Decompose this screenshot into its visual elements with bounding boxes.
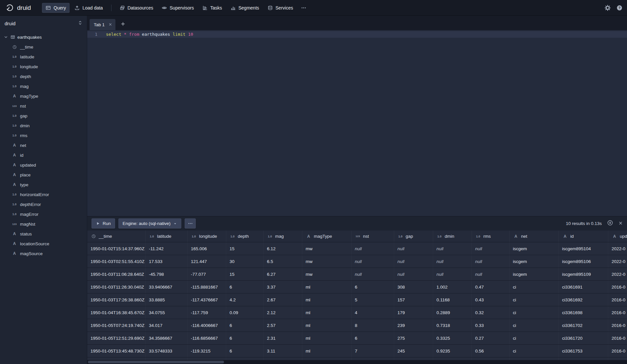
table-cell[interactable]: null (394, 268, 433, 280)
table-cell[interactable]: ml (302, 293, 352, 306)
table-cell[interactable]: ci3361720 (559, 332, 608, 344)
table-cell[interactable]: 6 (352, 332, 394, 344)
table-cell[interactable]: 2016-0 (608, 345, 627, 357)
table-cell[interactable]: null (394, 255, 433, 268)
table-cell[interactable]: 179 (394, 306, 433, 319)
table-cell[interactable]: 1950-01-02T15:14:37.960Z (87, 242, 146, 255)
table-cell[interactable]: 0.2889 (433, 306, 472, 319)
table-cell[interactable]: null (472, 268, 510, 280)
tree-item-depthError[interactable]: 1.0depthError (0, 199, 87, 209)
table-cell[interactable]: 1950-01-03T11:26:30.040Z (87, 281, 146, 293)
nav-item-more[interactable] (298, 3, 309, 13)
table-cell[interactable]: ml (302, 281, 352, 293)
table-cell[interactable]: 34.017 (146, 319, 188, 332)
tree-item-magError[interactable]: 1.0magError (0, 209, 87, 219)
header-cell-nst[interactable]: 123nst (352, 231, 394, 242)
brand[interactable]: druid (5, 3, 31, 12)
table-cell[interactable]: 3.11 (264, 345, 302, 357)
table-cell[interactable]: 33.5748333 (146, 345, 188, 357)
table-cell[interactable] (472, 357, 510, 360)
table-cell[interactable]: ci (510, 345, 559, 357)
tree-item-longitude[interactable]: 1.0longitude (0, 62, 87, 71)
table-cell[interactable]: 0.47 (472, 281, 510, 293)
header-cell-magType[interactable]: AmagType (302, 231, 352, 242)
table-cell[interactable] (188, 357, 226, 360)
table-cell[interactable]: mw (302, 242, 352, 255)
tree-item-net[interactable]: Anet (0, 140, 87, 150)
table-cell[interactable]: 1950-01-05T12:51:29.690Z (87, 332, 146, 344)
table-cell[interactable]: ci3361691 (559, 281, 608, 293)
table-cell[interactable]: 1950-01-05T13:45:48.730Z (87, 345, 146, 357)
table-cell[interactable]: 308 (394, 281, 433, 293)
table-cell[interactable]: 165.006 (188, 242, 226, 255)
table-cell[interactable]: -116.6856667 (188, 332, 226, 344)
table-cell[interactable] (559, 357, 608, 360)
table-cell[interactable]: ci3361702 (559, 319, 608, 332)
tree-item-dmin[interactable]: 1.0dmin (0, 121, 87, 131)
new-tab-button[interactable] (117, 19, 129, 30)
table-cell[interactable]: 1950-01-03T11:06:28.640Z (87, 268, 146, 280)
table-cell[interactable]: iscgem895106 (559, 255, 608, 268)
tree-item-magNst[interactable]: 123magNst (0, 219, 87, 229)
table-cell[interactable]: ml (302, 332, 352, 344)
table-cell[interactable]: 0.43 (472, 293, 510, 306)
table-cell[interactable] (608, 357, 627, 360)
table-cell[interactable]: 0.9235 (433, 345, 472, 357)
table-cell[interactable]: 6 (226, 281, 264, 293)
table-cell[interactable]: 121.447 (188, 255, 226, 268)
table-cell[interactable]: 2.57 (264, 319, 302, 332)
tab-tab1[interactable]: Tab 1 (90, 19, 115, 30)
table-cell[interactable]: null (352, 242, 394, 255)
download-button[interactable] (607, 220, 613, 227)
table-cell[interactable]: -45.798 (146, 268, 188, 280)
tree-item-gap[interactable]: 1.0gap (0, 111, 87, 121)
table-cell[interactable]: 2022-0 (608, 255, 627, 268)
table-cell[interactable] (510, 357, 559, 360)
header-cell-updated[interactable]: Aupdated (608, 231, 627, 242)
table-cell[interactable]: 3.37 (264, 281, 302, 293)
table-cell[interactable]: 0.1168 (433, 293, 472, 306)
tree-item-place[interactable]: Aplace (0, 170, 87, 180)
tree-item-type[interactable]: Atype (0, 180, 87, 190)
table-cell[interactable]: 1950-01-05T07:24:19.740Z (87, 319, 146, 332)
header-cell-net[interactable]: Anet (510, 231, 559, 242)
nav-item-segments[interactable]: Segments (227, 3, 263, 13)
table-cell[interactable]: -119.3215 (188, 345, 226, 357)
table-cell[interactable]: iscgem (510, 255, 559, 268)
tree-item-locationSource[interactable]: AlocationSource (0, 239, 87, 249)
table-cell[interactable]: 0.3325 (433, 332, 472, 344)
table-cell[interactable]: null (394, 242, 433, 255)
table-cell[interactable] (352, 357, 394, 360)
table-cell[interactable]: 6 (226, 332, 264, 344)
table-cell[interactable]: ml (302, 306, 352, 319)
header-cell-id[interactable]: Aid (559, 231, 608, 242)
table-cell[interactable]: 0.56 (472, 345, 510, 357)
table-cell[interactable]: null (472, 255, 510, 268)
table-cell[interactable] (302, 357, 352, 360)
table-cell[interactable] (226, 357, 264, 360)
table-cell[interactable]: 2016-0 (608, 293, 627, 306)
table-cell[interactable]: -117.4376667 (188, 293, 226, 306)
table-cell[interactable]: 245 (394, 345, 433, 357)
table-cell[interactable]: null (472, 242, 510, 255)
header-cell-rms[interactable]: 1.0rms (472, 231, 510, 242)
nav-item-tasks[interactable]: Tasks (199, 3, 226, 13)
table-cell[interactable] (433, 357, 472, 360)
table-cell[interactable]: null (433, 268, 472, 280)
table-cell[interactable]: 0.33 (472, 319, 510, 332)
sql-editor[interactable]: 1 select * from earthquakes limit 10 (87, 30, 627, 216)
table-cell[interactable]: ci3361753 (559, 345, 608, 357)
table-cell[interactable]: 7 (352, 345, 394, 357)
table-cell[interactable]: 2016-0 (608, 281, 627, 293)
table-cell[interactable]: 239 (394, 319, 433, 332)
tree-item-updated[interactable]: Aupdated (0, 160, 87, 170)
table-cell[interactable]: ci (510, 293, 559, 306)
table-cell[interactable]: iscgem (510, 242, 559, 255)
table-cell[interactable]: 0.7318 (433, 319, 472, 332)
table-cell[interactable]: ci (510, 332, 559, 344)
table-cell[interactable]: 33.8885 (146, 293, 188, 306)
hscrollbar-thumb[interactable] (88, 361, 224, 363)
table-cell[interactable]: 8 (352, 319, 394, 332)
run-button[interactable]: Run (91, 218, 115, 229)
table-cell[interactable]: -11.242 (146, 242, 188, 255)
